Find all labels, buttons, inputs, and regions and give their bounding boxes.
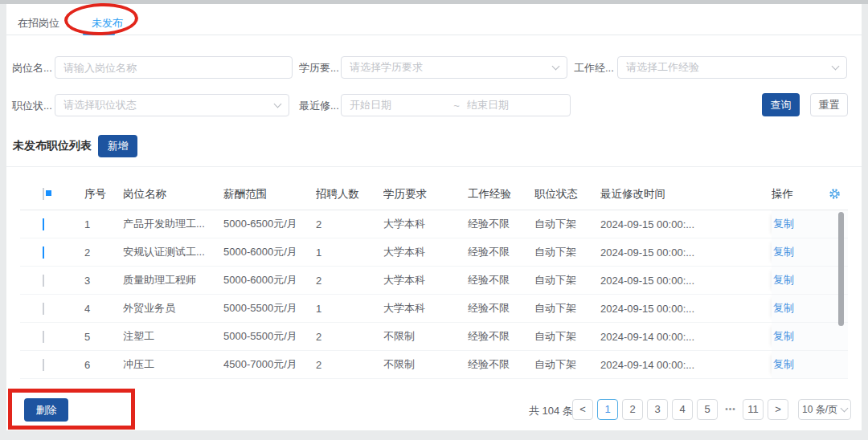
page-button-5[interactable]: 5 — [697, 399, 718, 420]
education-requirement: 大学本科 — [383, 217, 468, 231]
chevron-down-icon — [832, 62, 840, 70]
page-button-11[interactable]: 11 — [743, 399, 764, 420]
tab-active-jobs[interactable]: 在招岗位 — [18, 16, 59, 31]
work-experience: 经验不限 — [468, 217, 534, 231]
experience-label: 工作经... — [574, 61, 614, 75]
row-index: 5 — [84, 331, 123, 343]
job-name-input[interactable] — [55, 56, 293, 79]
copy-link[interactable]: 复制 — [773, 357, 794, 372]
row-index: 4 — [84, 303, 123, 315]
salary-range: 5000-5500元/月 — [223, 329, 316, 344]
work-experience: 经验不限 — [468, 301, 534, 316]
search-button[interactable]: 查询 — [762, 93, 800, 116]
position-status: 自动下架 — [534, 301, 600, 316]
job-name: 注塑工 — [123, 329, 223, 344]
table-scrollbar-thumb[interactable] — [838, 212, 844, 326]
work-experience: 经验不限 — [468, 245, 534, 259]
page-button-4[interactable]: 4 — [672, 399, 693, 420]
modified-time: 2024-09-14 00:00:... — [600, 331, 772, 343]
date-range-picker[interactable]: 开始日期 ~ 结束日期 — [341, 94, 571, 116]
position-status: 自动下架 — [534, 329, 600, 344]
active-tab-underline — [83, 33, 115, 35]
tab-bar: 在招岗位 未发布 — [6, 4, 862, 35]
education-label: 学历要... — [299, 61, 339, 75]
column-header-modified: 最近修改时间 — [600, 187, 772, 202]
row-index: 1 — [84, 218, 123, 230]
row-index: 3 — [84, 275, 123, 287]
table-row: 5 注塑工 5000-5500元/月 2 不限制 经验不限 自动下架 2024-… — [20, 323, 848, 351]
add-button[interactable]: 新增 — [98, 135, 137, 157]
hire-count: 1 — [316, 246, 383, 259]
hire-count: 2 — [316, 218, 383, 230]
row-checkbox[interactable] — [43, 275, 44, 287]
row-checkbox[interactable] — [43, 359, 44, 371]
delete-button[interactable]: 删除 — [24, 398, 68, 422]
education-select-placeholder: 请选择学历要求 — [350, 60, 423, 75]
chevron-down-icon — [841, 404, 849, 412]
hire-count: 1 — [316, 303, 383, 315]
position-status: 自动下架 — [534, 357, 600, 372]
table-row: 4 外贸业务员 5000-5500元/月 1 大学本科 经验不限 自动下架 20… — [20, 295, 848, 323]
page-size-value: 10 条/页 — [802, 403, 837, 417]
column-header-index: 序号 — [84, 187, 123, 202]
modified-time: 2024-09-15 00:00:... — [600, 303, 772, 315]
column-header-salary: 薪酬范围 — [223, 187, 316, 202]
row-checkbox[interactable] — [43, 246, 44, 259]
row-checkbox[interactable] — [43, 303, 44, 315]
job-table: 序号 岗位名称 薪酬范围 招聘人数 学历要求 工作经验 职位状态 最近修改时间 … — [20, 178, 848, 379]
education-requirement: 大学本科 — [383, 273, 468, 287]
column-header-status: 职位状态 — [534, 187, 600, 202]
section-divider — [6, 166, 862, 167]
position-status: 自动下架 — [534, 273, 600, 287]
status-select[interactable]: 请选择职位状态 — [55, 94, 289, 116]
status-label: 职位状... — [12, 99, 52, 113]
position-status: 自动下架 — [534, 217, 600, 231]
prev-page-button[interactable]: < — [572, 399, 593, 420]
hire-count: 2 — [316, 275, 383, 287]
next-page-button[interactable]: > — [768, 399, 788, 420]
experience-select[interactable]: 请选择工作经验 — [617, 56, 847, 79]
table-row: 1 产品开发助理工... 5000-6500元/月 2 大学本科 经验不限 自动… — [20, 210, 848, 238]
copy-link[interactable]: 复制 — [773, 273, 794, 287]
job-name: 产品开发助理工... — [123, 217, 223, 231]
copy-link[interactable]: 复制 — [773, 245, 794, 259]
modified-time: 2024-09-14 00:00:... — [600, 359, 772, 371]
row-checkbox[interactable] — [43, 331, 44, 343]
row-index: 2 — [84, 246, 123, 259]
column-settings-gear-icon[interactable] — [829, 188, 841, 202]
copy-link[interactable]: 复制 — [773, 329, 794, 344]
job-name: 外贸业务员 — [123, 301, 223, 316]
chevron-down-icon — [274, 100, 282, 108]
page-button-2[interactable]: 2 — [622, 399, 643, 420]
end-date-placeholder: 结束日期 — [467, 98, 509, 112]
education-requirement: 不限制 — [383, 357, 468, 372]
salary-range: 5000-6500元/月 — [223, 217, 316, 231]
page-button-1[interactable]: 1 — [597, 399, 618, 420]
modified-date-label: 最近修... — [299, 99, 339, 113]
row-checkbox[interactable] — [43, 218, 44, 230]
page-button-3[interactable]: 3 — [647, 399, 668, 420]
copy-link[interactable]: 复制 — [773, 301, 794, 316]
date-range-separator: ~ — [446, 100, 467, 112]
hire-count: 2 — [316, 331, 383, 343]
salary-range: 5000-5500元/月 — [223, 301, 316, 316]
table-row: 2 安规认证测试工... 5000-6000元/月 1 大学本科 经验不限 自动… — [20, 238, 848, 267]
page-ellipsis[interactable]: ••• — [720, 399, 741, 420]
table-row: 6 冲压工 4500-7000元/月 2 不限制 经验不限 自动下架 2024-… — [20, 351, 848, 379]
page-size-select[interactable]: 10 条/页 — [798, 399, 851, 420]
modified-time: 2024-09-15 00:00:... — [600, 275, 772, 287]
job-name: 冲压工 — [123, 357, 223, 372]
table-row: 3 质量助理工程师 5000-6000元/月 2 大学本科 经验不限 自动下架 … — [20, 267, 848, 295]
reset-button[interactable]: 重置 — [810, 93, 848, 116]
column-header-experience: 工作经验 — [468, 187, 534, 202]
education-requirement: 大学本科 — [383, 301, 468, 316]
table-header-row: 序号 岗位名称 薪酬范围 招聘人数 学历要求 工作经验 职位状态 最近修改时间 … — [20, 178, 848, 210]
tab-unpublished[interactable]: 未发布 — [92, 16, 123, 31]
education-select[interactable]: 请选择学历要求 — [341, 56, 567, 79]
column-header-education: 学历要求 — [383, 187, 468, 202]
select-all-checkbox[interactable] — [43, 188, 44, 200]
copy-link[interactable]: 复制 — [773, 217, 794, 231]
start-date-placeholder: 开始日期 — [350, 98, 446, 112]
salary-range: 5000-6000元/月 — [223, 245, 316, 259]
column-header-name: 岗位名称 — [123, 187, 223, 202]
